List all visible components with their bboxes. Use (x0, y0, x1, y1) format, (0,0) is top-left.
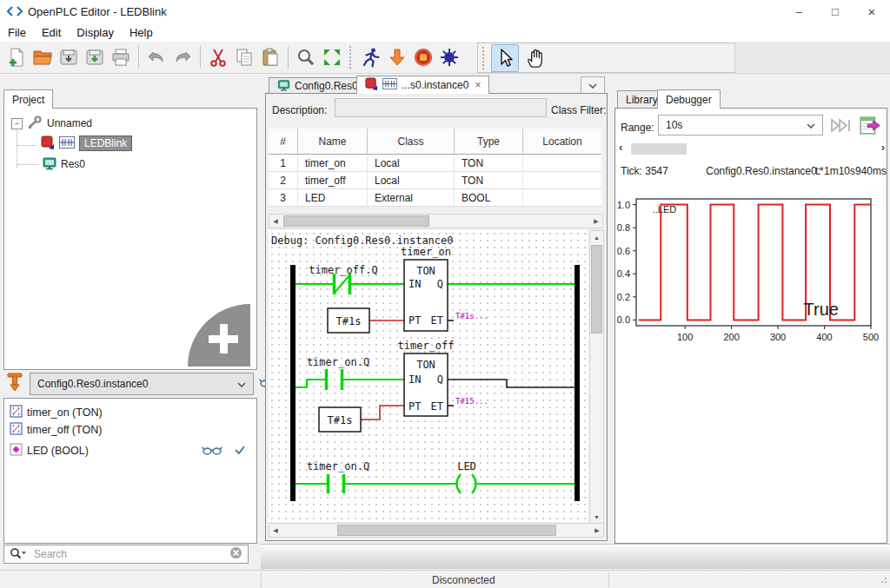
redo-button[interactable] (169, 44, 196, 70)
scrollbar-thumb[interactable] (337, 525, 556, 536)
variable-label: timer_on (TON) (27, 406, 103, 419)
menu-file[interactable]: File (0, 26, 34, 39)
scroll-right-arrow[interactable]: ▶ (590, 215, 602, 228)
table-cell[interactable]: External (368, 189, 455, 207)
scroll-left-arrow[interactable]: ◀ (269, 215, 282, 228)
table-cell[interactable]: Local (368, 172, 455, 189)
print-button[interactable] (108, 44, 134, 70)
tab-list-dropdown-button[interactable] (581, 76, 605, 94)
scroll-down-arrow[interactable]: ▼ (590, 511, 603, 523)
coil-led[interactable]: LED (457, 460, 476, 493)
svg-text:Q: Q (437, 373, 443, 386)
tab-instance0[interactable]: ...s0.instance0 × (356, 76, 489, 94)
search-icon[interactable] (10, 547, 27, 562)
table-cell[interactable] (523, 172, 601, 189)
table-cell[interactable]: 1 (269, 155, 298, 172)
table-cell[interactable] (523, 155, 601, 172)
build-button[interactable] (436, 44, 462, 70)
literal-t1s-block2[interactable]: T#1s (319, 407, 361, 432)
header-cell[interactable]: Class (368, 129, 455, 155)
left-power-rail[interactable] (290, 265, 296, 501)
cut-button[interactable] (205, 44, 231, 70)
skip-to-end-button[interactable] (829, 117, 853, 136)
scrollbar-thumb[interactable] (283, 215, 429, 227)
tree-item-ledblink[interactable]: LEDBlink (41, 135, 132, 151)
table-cell[interactable]: TON (455, 155, 523, 172)
table-cell[interactable]: 3 (269, 189, 298, 207)
tab-project[interactable]: Project (3, 89, 53, 109)
pan-tool-button[interactable] (522, 45, 548, 71)
ladder-h-scrollbar[interactable]: ◀ ▶ (269, 523, 604, 538)
variable-item-timer-on[interactable]: timer_on (TON) (10, 405, 249, 420)
header-cell[interactable]: Type (455, 129, 523, 155)
header-cell[interactable]: Name (298, 129, 368, 155)
resize-grip[interactable] (879, 574, 887, 586)
new-file-button[interactable] (3, 44, 30, 70)
menu-edit[interactable]: Edit (34, 26, 69, 39)
bottom-sash[interactable] (261, 544, 890, 569)
ladder-editor-canvas[interactable]: Debug: Config0.Res0.instance0 timer_off.… (269, 230, 588, 522)
close-tab-icon[interactable]: × (475, 79, 481, 91)
force-check-icon[interactable] (234, 445, 246, 458)
block-timer-on[interactable]: timer_on TON IN Q PT ET (401, 246, 451, 331)
description-input[interactable] (335, 98, 547, 117)
paste-button[interactable] (257, 44, 283, 70)
range-dropdown[interactable]: 10s (658, 115, 823, 135)
tree-item-project-root[interactable]: − Unnamed (11, 116, 92, 131)
scroll-left-arrow[interactable]: ◀ (269, 524, 282, 537)
select-tool-button[interactable] (491, 44, 519, 72)
table-h-scrollbar[interactable]: ◀ ▶ (269, 214, 603, 228)
timeline-left-arrow[interactable]: ‹ (619, 141, 622, 154)
stop-plc-button[interactable] (410, 44, 436, 70)
open-project-button[interactable] (30, 44, 56, 70)
scroll-up-arrow[interactable]: ▲ (590, 231, 603, 243)
table-cell[interactable]: BOOL (455, 189, 523, 207)
tree-collapse-toggle[interactable]: − (11, 118, 23, 129)
tree-item-res0[interactable]: Res0 (43, 156, 85, 172)
contact-timer-off-q[interactable]: timer_off.Q (309, 264, 377, 294)
table-cell[interactable]: Local (368, 155, 455, 172)
header-cell[interactable]: # (269, 129, 298, 155)
search-project-button[interactable] (293, 44, 319, 70)
table-cell[interactable]: LED (298, 189, 368, 207)
menu-help[interactable]: Help (122, 26, 161, 39)
header-cell[interactable]: Location (523, 129, 601, 155)
table-cell[interactable]: timer_on (298, 155, 368, 172)
scroll-right-arrow[interactable]: ▶ (591, 524, 603, 537)
timeline-right-arrow[interactable]: › (881, 141, 885, 154)
block-timer-off[interactable]: timer_off TON IN Q PT ET (397, 340, 454, 416)
table-cell[interactable]: timer_off (298, 172, 368, 189)
fit-zoom-button[interactable] (319, 44, 345, 70)
search-input[interactable] (32, 547, 229, 561)
table-cell[interactable] (523, 189, 601, 207)
right-power-rail[interactable] (575, 265, 580, 501)
table-cell[interactable]: 2 (269, 172, 298, 189)
skip-end-icon (829, 117, 853, 134)
save-button[interactable] (56, 44, 82, 70)
scrollbar-thumb[interactable] (591, 245, 602, 334)
contact-timer-on-q-2[interactable]: timer_on.Q (307, 460, 369, 493)
contact-timer-on-q[interactable]: timer_on.Q (307, 356, 369, 390)
export-graph-button[interactable] (859, 115, 880, 139)
ladder-v-scrollbar[interactable]: ▲ ▼ (589, 230, 604, 524)
watch-glasses-icon[interactable] (202, 444, 222, 459)
instance-path-dropdown[interactable]: Config0.Res0.instance0 (30, 373, 254, 395)
literal-t1s-block1[interactable]: T#1s (328, 308, 369, 333)
save-as-button[interactable] (82, 44, 108, 70)
undo-button[interactable] (143, 44, 169, 70)
copy-button[interactable] (231, 44, 257, 70)
menu-display[interactable]: Display (69, 26, 122, 39)
transfer-to-plc-button[interactable] (384, 44, 410, 70)
minimize-button[interactable]: – (780, 0, 817, 23)
timeline-thumb[interactable] (631, 143, 687, 155)
variable-item-timer-off[interactable]: timer_off (TON) (10, 422, 249, 438)
tab-debugger[interactable]: Debugger (657, 89, 721, 109)
variable-item-led[interactable]: LED (BOOL) (10, 443, 249, 459)
add-element-button[interactable] (188, 304, 250, 367)
clear-search-icon[interactable] (229, 546, 242, 562)
tab-config0-res0[interactable]: Config0.Res0 (269, 77, 367, 94)
maximize-button[interactable]: □ (817, 0, 853, 23)
table-cell[interactable]: TON (455, 172, 523, 189)
close-button[interactable]: × (853, 0, 890, 23)
run-simulation-button[interactable] (358, 44, 384, 70)
